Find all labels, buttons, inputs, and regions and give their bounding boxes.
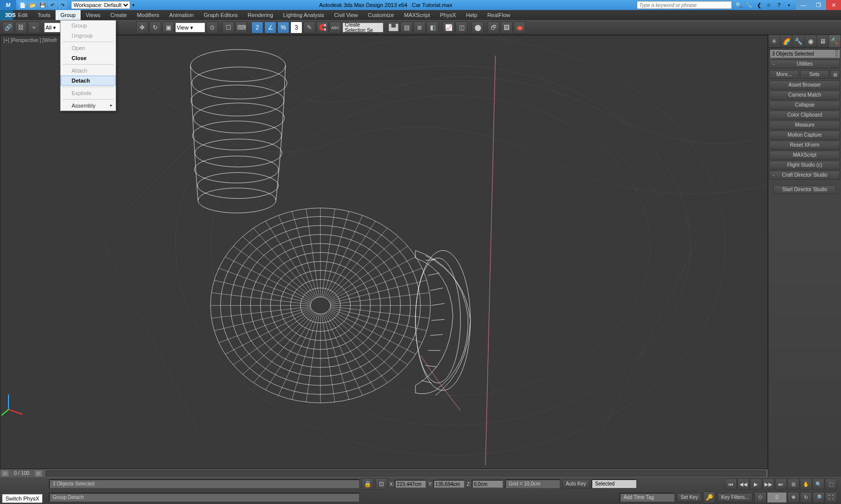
flight-studio-button[interactable]: Flight Studio (c) bbox=[769, 161, 840, 170]
max-viewport-icon[interactable]: ⛶ bbox=[825, 492, 837, 503]
binoculars-icon[interactable]: 🔍 bbox=[735, 1, 743, 9]
menu-animation[interactable]: Animation bbox=[164, 10, 199, 20]
display-tab-icon[interactable]: 🖥 bbox=[817, 35, 829, 48]
menu-group[interactable]: Group bbox=[56, 10, 81, 20]
schematic-icon[interactable]: ◫ bbox=[456, 22, 468, 34]
slider-prev-icon[interactable]: < bbox=[1, 470, 9, 477]
next-frame-icon[interactable]: ▶▶ bbox=[762, 478, 774, 489]
hierarchy-tab-icon[interactable]: 🔧 bbox=[792, 35, 804, 48]
favorite-icon[interactable]: ☆ bbox=[765, 1, 773, 9]
nav-3-icon[interactable]: 🔍 bbox=[812, 478, 824, 489]
menu-views[interactable]: Views bbox=[81, 10, 105, 20]
keyboard-shortcut-icon[interactable]: ⌨ bbox=[235, 22, 247, 34]
close-button[interactable]: ✕ bbox=[826, 0, 841, 10]
selection-name-field[interactable] bbox=[769, 49, 840, 58]
curve-editor-icon[interactable]: 📈 bbox=[443, 22, 455, 34]
object-color-swatch[interactable] bbox=[835, 50, 837, 57]
menu-rendering[interactable]: Rendering bbox=[243, 10, 278, 20]
menu-lighting-analysis[interactable]: Lighting Analysis bbox=[278, 10, 329, 20]
minimize-button[interactable]: — bbox=[796, 0, 811, 10]
menu-civil-view[interactable]: Civil View bbox=[329, 10, 363, 20]
menu-tools[interactable]: Tools bbox=[33, 10, 56, 20]
snap-percent-icon[interactable]: % bbox=[277, 22, 289, 34]
current-frame-input[interactable]: 0 bbox=[767, 492, 787, 503]
play-icon[interactable]: ▶ bbox=[750, 478, 762, 489]
goto-end-icon[interactable]: ⏭ bbox=[775, 478, 787, 489]
mirror-icon[interactable]: ▙▟ bbox=[387, 22, 399, 34]
menu-edit[interactable]: Edit bbox=[13, 10, 33, 20]
app-logo[interactable]: M bbox=[0, 0, 16, 10]
maximize-button[interactable]: ❐ bbox=[811, 0, 826, 10]
lock-selection-icon[interactable]: 🔒 bbox=[361, 478, 373, 490]
communication-icon[interactable]: ❮ bbox=[755, 1, 763, 9]
abc-icon[interactable]: ABC bbox=[329, 22, 341, 34]
key-icon[interactable]: 🔧 bbox=[745, 1, 753, 9]
nav-2-icon[interactable]: ✋ bbox=[800, 478, 812, 489]
motion-tab-icon[interactable]: ◉ bbox=[805, 35, 817, 48]
prev-frame-icon[interactable]: ◀◀ bbox=[737, 478, 749, 489]
viewport-label[interactable]: [+] [Perspective ] [Wirefr bbox=[4, 38, 57, 43]
move-icon[interactable]: ✥ bbox=[136, 22, 148, 34]
orbit-icon[interactable]: ↻ bbox=[800, 492, 812, 503]
modify-tab-icon[interactable]: 🌈 bbox=[780, 35, 792, 48]
unlink-icon[interactable]: ⛓ bbox=[15, 22, 27, 34]
rotate-icon[interactable]: ↻ bbox=[149, 22, 161, 34]
asset-browser-button[interactable]: Asset Browser bbox=[769, 81, 840, 90]
render-setup-icon[interactable]: 🗗 bbox=[488, 22, 500, 34]
menu-physx[interactable]: PhysX bbox=[435, 10, 461, 20]
render-production-icon[interactable]: 🫖 bbox=[514, 22, 526, 34]
dd-attach[interactable]: Attach bbox=[61, 66, 116, 76]
utilities-rollout-header[interactable]: Utilities bbox=[769, 60, 840, 69]
menu-realflow[interactable]: RealFlow bbox=[482, 10, 515, 20]
menu-customize[interactable]: Customize bbox=[363, 10, 399, 20]
x-coord-input[interactable] bbox=[395, 480, 426, 488]
scale-icon[interactable]: ▣ bbox=[162, 22, 174, 34]
dd-close[interactable]: Close bbox=[61, 53, 116, 63]
open-file-icon[interactable]: 📂 bbox=[28, 1, 37, 9]
link-icon[interactable]: 🔗 bbox=[2, 22, 14, 34]
isolate-icon[interactable]: ⊡ bbox=[375, 478, 387, 490]
menu-help[interactable]: Help bbox=[461, 10, 483, 20]
help-search-input[interactable] bbox=[637, 1, 732, 9]
craft-rollout-header[interactable]: Craft Director Studio bbox=[769, 171, 840, 180]
app-menu-button[interactable]: 3DS bbox=[0, 10, 13, 20]
reset-xform-button[interactable]: Reset XForm bbox=[769, 141, 840, 150]
snap-angle-icon[interactable]: ∠ bbox=[264, 22, 276, 34]
save-file-icon[interactable]: 💾 bbox=[38, 1, 47, 9]
dd-assembly[interactable]: Assembly bbox=[61, 101, 116, 111]
menu-create[interactable]: Create bbox=[105, 10, 132, 20]
maxscript-button[interactable]: MAXScript bbox=[769, 151, 840, 160]
menu-graph-editors[interactable]: Graph Editors bbox=[199, 10, 243, 20]
menu-modifiers[interactable]: Modifiers bbox=[132, 10, 164, 20]
maxscript-mini-listener[interactable]: Switch PhysX bbox=[2, 494, 43, 503]
workspace-selector[interactable]: Workspace: Default ▾ bbox=[71, 1, 135, 9]
key-filters-button[interactable]: Key Filters... bbox=[717, 493, 752, 502]
pan-icon[interactable]: ✥ bbox=[787, 492, 799, 503]
key-selected-dropdown[interactable]: Selected bbox=[592, 479, 637, 488]
nav-4-icon[interactable]: ⬚ bbox=[825, 478, 837, 489]
more-button[interactable]: More... bbox=[769, 70, 799, 79]
dd-detach[interactable]: Detach bbox=[61, 76, 116, 86]
spinner-snap-icon[interactable]: 3 bbox=[290, 22, 302, 34]
edit-named-sel-icon[interactable]: ✎ bbox=[303, 22, 315, 34]
material-editor-icon[interactable]: ⬤ bbox=[472, 22, 484, 34]
utilities-tab-icon[interactable]: 🔨 bbox=[829, 35, 841, 48]
camera-match-button[interactable]: Camera Match bbox=[769, 91, 840, 100]
slider-next-icon[interactable]: > bbox=[35, 470, 43, 477]
help-icon[interactable]: ? bbox=[775, 1, 783, 9]
redo-icon[interactable]: ↷ bbox=[58, 1, 67, 9]
dd-explode[interactable]: Explode bbox=[61, 88, 116, 98]
help-dropdown-icon[interactable]: ▾ bbox=[785, 1, 793, 9]
select-manipulate-icon[interactable]: ☐ bbox=[222, 22, 234, 34]
setkey-button[interactable]: Set Key bbox=[677, 493, 701, 502]
time-tag-panel[interactable]: Add Time Tag bbox=[620, 493, 675, 502]
menu-maxscript[interactable]: MAXScript bbox=[399, 10, 435, 20]
pivot-icon[interactable]: ⊙ bbox=[206, 22, 218, 34]
z-coord-input[interactable] bbox=[472, 480, 503, 488]
graphite-icon[interactable]: ◧ bbox=[427, 22, 439, 34]
selection-name-input[interactable] bbox=[772, 50, 835, 58]
time-slider[interactable]: < 0 / 100 > bbox=[0, 469, 768, 477]
key-mode-icon[interactable]: 🔑 bbox=[703, 491, 715, 503]
workspace-dropdown[interactable]: Workspace: Default bbox=[71, 1, 130, 9]
dd-ungroup[interactable]: Ungroup bbox=[61, 31, 116, 41]
